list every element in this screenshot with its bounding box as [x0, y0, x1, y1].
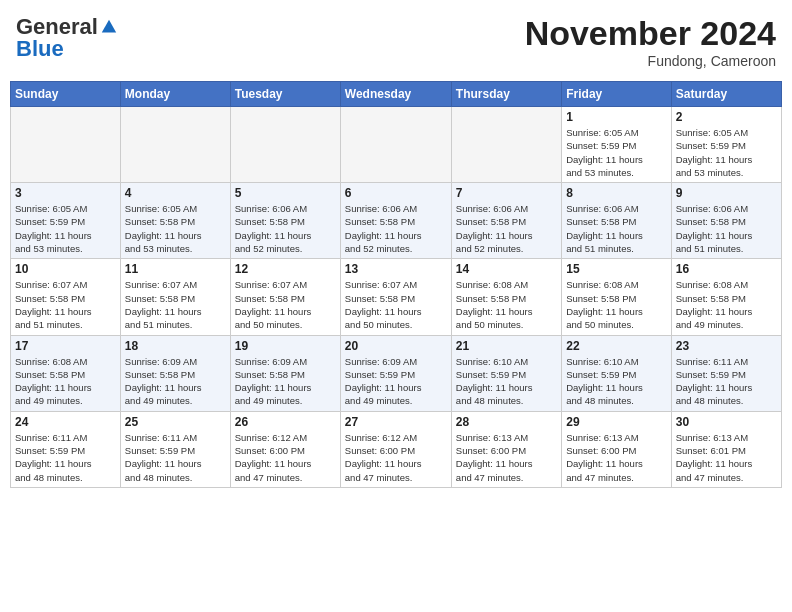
- weekday-header-sunday: Sunday: [11, 82, 121, 107]
- month-title: November 2024: [525, 14, 776, 53]
- day-info: Sunrise: 6:05 AMSunset: 5:58 PMDaylight:…: [125, 202, 226, 255]
- logo: General Blue: [16, 14, 118, 62]
- day-info: Sunrise: 6:13 AMSunset: 6:01 PMDaylight:…: [676, 431, 777, 484]
- day-number: 27: [345, 415, 447, 429]
- calendar-cell: 7Sunrise: 6:06 AMSunset: 5:58 PMDaylight…: [451, 183, 561, 259]
- day-number: 9: [676, 186, 777, 200]
- weekday-header-friday: Friday: [562, 82, 671, 107]
- calendar-cell: 5Sunrise: 6:06 AMSunset: 5:58 PMDaylight…: [230, 183, 340, 259]
- day-info: Sunrise: 6:05 AMSunset: 5:59 PMDaylight:…: [566, 126, 666, 179]
- weekday-header-row: SundayMondayTuesdayWednesdayThursdayFrid…: [11, 82, 782, 107]
- day-number: 24: [15, 415, 116, 429]
- calendar-week-row: 24Sunrise: 6:11 AMSunset: 5:59 PMDayligh…: [11, 411, 782, 487]
- title-block: November 2024 Fundong, Cameroon: [525, 14, 776, 69]
- calendar-cell: 8Sunrise: 6:06 AMSunset: 5:58 PMDaylight…: [562, 183, 671, 259]
- day-number: 22: [566, 339, 666, 353]
- weekday-header-saturday: Saturday: [671, 82, 781, 107]
- day-info: Sunrise: 6:11 AMSunset: 5:59 PMDaylight:…: [676, 355, 777, 408]
- day-number: 18: [125, 339, 226, 353]
- day-number: 17: [15, 339, 116, 353]
- day-number: 21: [456, 339, 557, 353]
- calendar-cell: 30Sunrise: 6:13 AMSunset: 6:01 PMDayligh…: [671, 411, 781, 487]
- calendar-cell: 6Sunrise: 6:06 AMSunset: 5:58 PMDaylight…: [340, 183, 451, 259]
- day-number: 20: [345, 339, 447, 353]
- calendar-cell: [451, 107, 561, 183]
- day-number: 14: [456, 262, 557, 276]
- calendar-cell: 3Sunrise: 6:05 AMSunset: 5:59 PMDaylight…: [11, 183, 121, 259]
- day-info: Sunrise: 6:05 AMSunset: 5:59 PMDaylight:…: [676, 126, 777, 179]
- day-number: 8: [566, 186, 666, 200]
- day-number: 29: [566, 415, 666, 429]
- day-number: 11: [125, 262, 226, 276]
- day-info: Sunrise: 6:09 AMSunset: 5:59 PMDaylight:…: [345, 355, 447, 408]
- day-info: Sunrise: 6:10 AMSunset: 5:59 PMDaylight:…: [456, 355, 557, 408]
- calendar-cell: 25Sunrise: 6:11 AMSunset: 5:59 PMDayligh…: [120, 411, 230, 487]
- day-info: Sunrise: 6:11 AMSunset: 5:59 PMDaylight:…: [15, 431, 116, 484]
- weekday-header-thursday: Thursday: [451, 82, 561, 107]
- day-info: Sunrise: 6:05 AMSunset: 5:59 PMDaylight:…: [15, 202, 116, 255]
- day-info: Sunrise: 6:07 AMSunset: 5:58 PMDaylight:…: [125, 278, 226, 331]
- day-info: Sunrise: 6:07 AMSunset: 5:58 PMDaylight:…: [235, 278, 336, 331]
- day-info: Sunrise: 6:06 AMSunset: 5:58 PMDaylight:…: [676, 202, 777, 255]
- calendar-cell: 23Sunrise: 6:11 AMSunset: 5:59 PMDayligh…: [671, 335, 781, 411]
- calendar-cell: 13Sunrise: 6:07 AMSunset: 5:58 PMDayligh…: [340, 259, 451, 335]
- logo-icon: [100, 18, 118, 36]
- calendar-cell: 4Sunrise: 6:05 AMSunset: 5:58 PMDaylight…: [120, 183, 230, 259]
- day-info: Sunrise: 6:09 AMSunset: 5:58 PMDaylight:…: [235, 355, 336, 408]
- day-number: 23: [676, 339, 777, 353]
- calendar-cell: 12Sunrise: 6:07 AMSunset: 5:58 PMDayligh…: [230, 259, 340, 335]
- weekday-header-tuesday: Tuesday: [230, 82, 340, 107]
- day-info: Sunrise: 6:06 AMSunset: 5:58 PMDaylight:…: [345, 202, 447, 255]
- calendar-cell: [120, 107, 230, 183]
- day-info: Sunrise: 6:06 AMSunset: 5:58 PMDaylight:…: [566, 202, 666, 255]
- calendar-cell: 15Sunrise: 6:08 AMSunset: 5:58 PMDayligh…: [562, 259, 671, 335]
- calendar-cell: 18Sunrise: 6:09 AMSunset: 5:58 PMDayligh…: [120, 335, 230, 411]
- calendar-cell: 24Sunrise: 6:11 AMSunset: 5:59 PMDayligh…: [11, 411, 121, 487]
- calendar-cell: 20Sunrise: 6:09 AMSunset: 5:59 PMDayligh…: [340, 335, 451, 411]
- calendar-cell: 21Sunrise: 6:10 AMSunset: 5:59 PMDayligh…: [451, 335, 561, 411]
- day-info: Sunrise: 6:12 AMSunset: 6:00 PMDaylight:…: [235, 431, 336, 484]
- day-info: Sunrise: 6:09 AMSunset: 5:58 PMDaylight:…: [125, 355, 226, 408]
- calendar-week-row: 1Sunrise: 6:05 AMSunset: 5:59 PMDaylight…: [11, 107, 782, 183]
- calendar-cell: [11, 107, 121, 183]
- day-number: 15: [566, 262, 666, 276]
- day-number: 12: [235, 262, 336, 276]
- day-number: 30: [676, 415, 777, 429]
- calendar-cell: 2Sunrise: 6:05 AMSunset: 5:59 PMDaylight…: [671, 107, 781, 183]
- day-info: Sunrise: 6:07 AMSunset: 5:58 PMDaylight:…: [15, 278, 116, 331]
- calendar-cell: 26Sunrise: 6:12 AMSunset: 6:00 PMDayligh…: [230, 411, 340, 487]
- calendar-week-row: 17Sunrise: 6:08 AMSunset: 5:58 PMDayligh…: [11, 335, 782, 411]
- calendar-cell: 27Sunrise: 6:12 AMSunset: 6:00 PMDayligh…: [340, 411, 451, 487]
- day-number: 26: [235, 415, 336, 429]
- day-number: 2: [676, 110, 777, 124]
- day-number: 7: [456, 186, 557, 200]
- day-info: Sunrise: 6:10 AMSunset: 5:59 PMDaylight:…: [566, 355, 666, 408]
- calendar-cell: 29Sunrise: 6:13 AMSunset: 6:00 PMDayligh…: [562, 411, 671, 487]
- calendar-week-row: 3Sunrise: 6:05 AMSunset: 5:59 PMDaylight…: [11, 183, 782, 259]
- day-info: Sunrise: 6:08 AMSunset: 5:58 PMDaylight:…: [566, 278, 666, 331]
- day-number: 19: [235, 339, 336, 353]
- calendar-cell: 19Sunrise: 6:09 AMSunset: 5:58 PMDayligh…: [230, 335, 340, 411]
- day-number: 4: [125, 186, 226, 200]
- calendar-week-row: 10Sunrise: 6:07 AMSunset: 5:58 PMDayligh…: [11, 259, 782, 335]
- day-info: Sunrise: 6:13 AMSunset: 6:00 PMDaylight:…: [456, 431, 557, 484]
- day-info: Sunrise: 6:12 AMSunset: 6:00 PMDaylight:…: [345, 431, 447, 484]
- calendar-cell: 9Sunrise: 6:06 AMSunset: 5:58 PMDaylight…: [671, 183, 781, 259]
- day-info: Sunrise: 6:08 AMSunset: 5:58 PMDaylight:…: [15, 355, 116, 408]
- weekday-header-wednesday: Wednesday: [340, 82, 451, 107]
- calendar-table: SundayMondayTuesdayWednesdayThursdayFrid…: [10, 81, 782, 488]
- calendar-cell: 16Sunrise: 6:08 AMSunset: 5:58 PMDayligh…: [671, 259, 781, 335]
- day-info: Sunrise: 6:08 AMSunset: 5:58 PMDaylight:…: [456, 278, 557, 331]
- day-info: Sunrise: 6:13 AMSunset: 6:00 PMDaylight:…: [566, 431, 666, 484]
- svg-marker-0: [102, 20, 116, 33]
- calendar-cell: 17Sunrise: 6:08 AMSunset: 5:58 PMDayligh…: [11, 335, 121, 411]
- page-header: General Blue November 2024 Fundong, Came…: [10, 10, 782, 73]
- day-number: 10: [15, 262, 116, 276]
- day-info: Sunrise: 6:11 AMSunset: 5:59 PMDaylight:…: [125, 431, 226, 484]
- calendar-cell: 14Sunrise: 6:08 AMSunset: 5:58 PMDayligh…: [451, 259, 561, 335]
- calendar-cell: [230, 107, 340, 183]
- location: Fundong, Cameroon: [525, 53, 776, 69]
- day-info: Sunrise: 6:06 AMSunset: 5:58 PMDaylight:…: [235, 202, 336, 255]
- day-number: 13: [345, 262, 447, 276]
- day-info: Sunrise: 6:08 AMSunset: 5:58 PMDaylight:…: [676, 278, 777, 331]
